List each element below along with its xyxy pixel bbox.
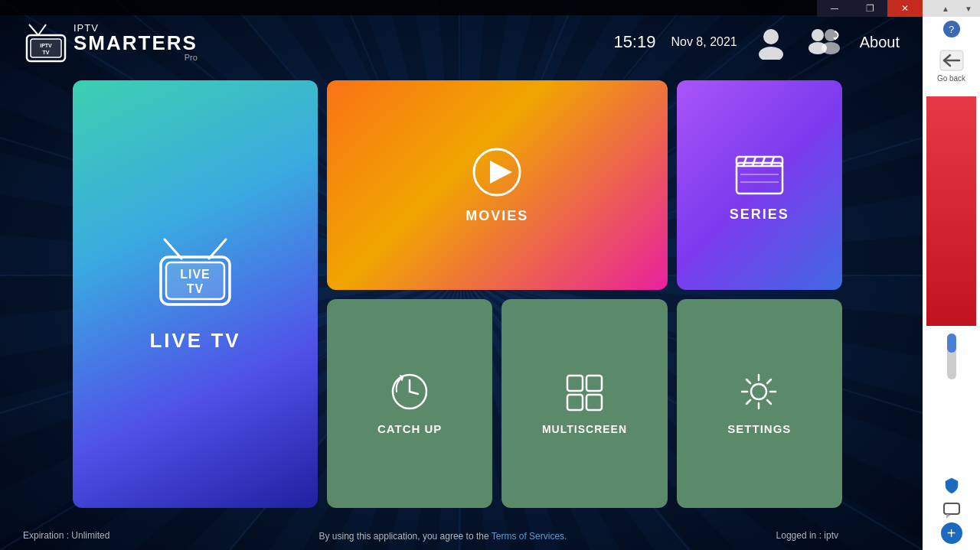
user-icon-button[interactable]	[753, 23, 791, 61]
red-panel-section	[926, 96, 976, 326]
svg-rect-53	[586, 376, 602, 391]
header: IPTV TV IPTV SMARTERS Pro 15:19 Nov 8, 2…	[0, 15, 923, 69]
help-button[interactable]: ?	[943, 21, 960, 37]
svg-line-62	[767, 400, 771, 404]
svg-line-22	[38, 24, 46, 35]
movies-label: MOVIES	[466, 208, 528, 224]
date-display: Nov 8, 2021	[671, 35, 737, 49]
svg-rect-54	[567, 395, 583, 410]
svg-rect-67	[944, 503, 959, 514]
live-tv-label: LIVE TV	[149, 329, 240, 353]
minimize-button[interactable]: ─	[817, 0, 852, 17]
panel-titlebar: ▲ ▼	[923, 0, 980, 17]
svg-rect-41	[737, 163, 782, 194]
live-tv-icon-wrap: LIVE TV	[149, 236, 241, 312]
close-button[interactable]: ✕	[887, 0, 923, 17]
svg-rect-52	[567, 376, 583, 391]
add-button[interactable]: +	[941, 522, 962, 544]
svg-line-43	[743, 157, 746, 166]
svg-text:IPTV: IPTV	[40, 43, 52, 48]
header-right: 15:19 Nov 8, 2021	[613, 23, 900, 61]
settings-label: SETTINGS	[727, 422, 791, 435]
svg-rect-55	[586, 395, 602, 410]
shield-icon	[942, 477, 961, 495]
scroll-thumb	[947, 334, 956, 353]
user-icon	[754, 25, 789, 60]
svg-line-63	[767, 379, 771, 383]
live-tv-icon: LIVE TV	[149, 236, 241, 312]
svg-line-45	[762, 157, 765, 166]
tv-antenna-logo-icon: IPTV TV	[23, 21, 69, 63]
catchup-label: CATCH UP	[377, 422, 442, 435]
smarters-label: SMARTERS	[74, 31, 198, 54]
main-grid: LIVE TV LIVE TV MOVIES	[73, 80, 842, 508]
svg-line-44	[753, 157, 756, 166]
clapperboard-icon	[733, 148, 786, 197]
svg-line-61	[746, 379, 750, 383]
svg-line-51	[410, 392, 418, 394]
titlebar: ─ ❐ ✕	[0, 0, 923, 15]
go-back-label: Go back	[937, 74, 965, 83]
settings-card[interactable]: SETTINGS	[677, 299, 842, 509]
switch-user-icon	[806, 25, 844, 60]
switch-user-button[interactable]	[806, 23, 844, 61]
logged-in-text: Logged in : iptv	[776, 530, 838, 541]
svg-text:TV: TV	[43, 50, 50, 55]
svg-line-46	[771, 157, 774, 166]
movies-card[interactable]: MOVIES	[327, 80, 668, 290]
terms-link[interactable]: Terms of Services.	[492, 531, 567, 542]
svg-point-29	[812, 29, 824, 41]
svg-line-21	[29, 24, 38, 35]
panel-up-arrow[interactable]: ▲	[934, 0, 957, 17]
multiscreen-card[interactable]: MULTISCREEN	[501, 299, 667, 509]
multiscreen-label: MULTISCREEN	[542, 423, 627, 435]
logo: IPTV TV IPTV SMARTERS Pro	[23, 21, 198, 63]
expiration-text: Expiration : Unlimited	[23, 530, 109, 541]
time-display: 15:19	[613, 32, 655, 52]
chat-icon	[942, 501, 961, 519]
gear-icon	[738, 371, 780, 413]
go-back-icon	[939, 50, 964, 71]
svg-point-56	[751, 384, 766, 399]
svg-point-27	[763, 29, 779, 44]
grid-icon	[564, 372, 606, 414]
svg-text:LIVE: LIVE	[180, 268, 211, 281]
footer: Expiration : Unlimited By using this app…	[0, 529, 861, 542]
right-sidebar: ▲ ▼ ? Go back +	[923, 0, 980, 550]
terms-prefix: By using this application, you agree to …	[319, 531, 492, 542]
clock-icon	[389, 371, 431, 413]
about-button[interactable]: About	[860, 34, 900, 51]
series-card[interactable]: SERIES	[677, 80, 842, 290]
panel-down-arrow[interactable]: ▼	[957, 0, 980, 17]
terms-text-wrap: By using this application, you agree to …	[319, 529, 567, 542]
svg-marker-40	[490, 161, 512, 184]
go-back-button[interactable]: Go back	[931, 44, 972, 89]
restore-button[interactable]: ❐	[852, 0, 887, 17]
scroll-track	[947, 334, 956, 379]
live-tv-card[interactable]: LIVE TV LIVE TV	[73, 80, 318, 508]
catchup-card[interactable]: CATCH UP	[327, 299, 492, 509]
series-label: SERIES	[730, 207, 789, 223]
bottom-panel-icons	[942, 477, 961, 519]
svg-line-64	[746, 400, 750, 404]
svg-text:TV: TV	[187, 282, 204, 295]
svg-point-28	[759, 47, 783, 60]
play-circle-icon	[470, 145, 524, 199]
svg-point-32	[822, 42, 840, 54]
